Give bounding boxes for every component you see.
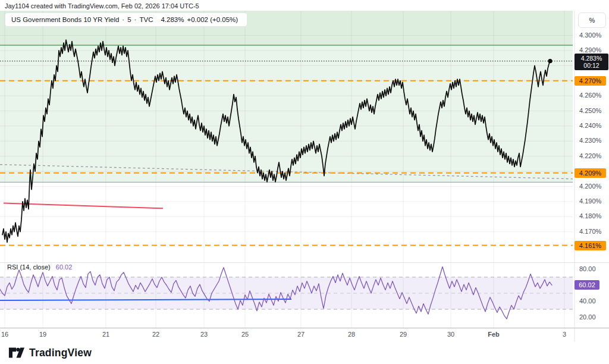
rsi-value-badge: 60.02 bbox=[575, 280, 599, 290]
symbol-legend[interactable]: US Government Bonds 10 YR Yield · 5 · TV… bbox=[5, 12, 247, 27]
time-axis-label: 30 bbox=[447, 331, 454, 338]
legend-change-value: +0.002 (+0.05%) bbox=[187, 16, 238, 23]
price-axis-label: 4.230% bbox=[579, 137, 601, 144]
chart-canvas[interactable] bbox=[0, 0, 609, 364]
time-axis-label: 23 bbox=[200, 331, 208, 338]
rsi-axis-label: 40.00 bbox=[579, 297, 596, 305]
level-badge-4209: 4.209% bbox=[575, 168, 606, 178]
time-axis-label: 29 bbox=[400, 331, 407, 338]
level-badge-4270: 4.270% bbox=[575, 76, 606, 86]
price-axis-label: 4.300% bbox=[579, 32, 601, 39]
level-badge-4161: 4.161% bbox=[575, 241, 606, 250]
tradingview-brand-text: TradingView bbox=[29, 347, 92, 359]
price-axis-label: 4.250% bbox=[579, 107, 601, 114]
rsi-axis-label: 80.00 bbox=[579, 265, 596, 272]
rsi-label: RSI (14, close) bbox=[7, 263, 51, 271]
time-axis-label: 27 bbox=[297, 331, 304, 338]
legend-separator: · bbox=[134, 16, 137, 23]
time-axis-label: Feb bbox=[488, 331, 500, 338]
rsi-value: 60.02 bbox=[56, 263, 73, 271]
price-axis-label: 4.220% bbox=[579, 152, 601, 159]
rsi-axis-label: 20.00 bbox=[579, 313, 596, 321]
rsi-legend[interactable]: RSI (14, close) 60.02 bbox=[7, 263, 72, 271]
last-price-dot bbox=[548, 59, 552, 63]
time-axis-label: 16 bbox=[1, 331, 8, 338]
time-axis-label: 28 bbox=[348, 331, 355, 338]
time-axis-label: 3 bbox=[563, 331, 566, 338]
price-axis-label: 4.240% bbox=[579, 122, 601, 129]
legend-last-value: 4.283% bbox=[161, 16, 184, 23]
legend-interval-label: 5 bbox=[127, 16, 131, 23]
last-price-badge: 4.283% 00:12 bbox=[575, 54, 608, 70]
price-axis-label: 4.290% bbox=[579, 46, 601, 54]
price-axis-label: 4.260% bbox=[579, 92, 601, 99]
tradingview-logo-icon bbox=[8, 346, 25, 359]
time-axis-label: 19 bbox=[39, 331, 46, 338]
tradingview-footer[interactable]: TradingView bbox=[8, 346, 92, 359]
attribution-text: Jay1104 created with TradingView.com, Fe… bbox=[5, 2, 199, 10]
bar-countdown: 00:12 bbox=[583, 62, 599, 69]
legend-symbol-label: US Government Bonds 10 YR Yield bbox=[11, 16, 119, 23]
price-axis-label: 4.190% bbox=[579, 197, 601, 205]
time-axis-label: 25 bbox=[241, 331, 249, 338]
time-axis-label: 22 bbox=[152, 331, 159, 338]
price-axis-label: 4.180% bbox=[579, 212, 601, 219]
price-axis-label: 4.200% bbox=[579, 183, 601, 190]
last-price-value: 4.283% bbox=[581, 55, 602, 62]
time-axis-label: 21 bbox=[102, 331, 109, 338]
legend-exchange-label: TVC bbox=[139, 16, 153, 23]
tradingview-chart-window: Jay1104 created with TradingView.com, Fe… bbox=[0, 0, 609, 364]
price-axis-label: 4.170% bbox=[579, 228, 601, 235]
legend-separator: · bbox=[122, 16, 124, 23]
percent-axis-button[interactable]: % bbox=[578, 12, 606, 28]
